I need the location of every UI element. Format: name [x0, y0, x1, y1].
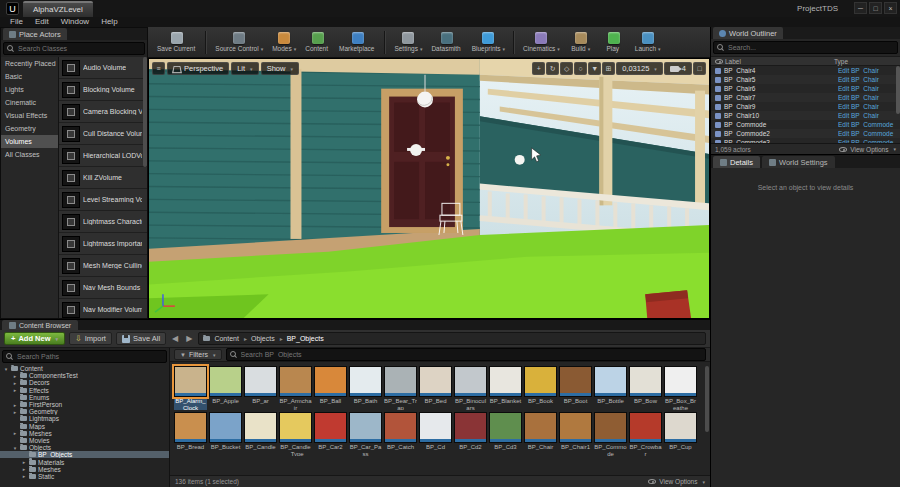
expander-icon[interactable]: ▸ — [21, 459, 27, 465]
viewport-tool-button[interactable]: ◇ — [560, 62, 573, 75]
tree-item[interactable]: Enums — [0, 394, 169, 401]
asset-tile[interactable]: BP_Bread — [174, 412, 207, 456]
breadcrumb-item[interactable]: Objects▸ — [250, 335, 286, 342]
place-actors-item[interactable]: Mesh Merge Culling — [59, 255, 147, 277]
edit-blueprint-link[interactable]: Edit BP_Chair — [838, 103, 896, 110]
tree-item[interactable]: ▸ Decors — [0, 379, 169, 386]
edit-blueprint-link[interactable]: Edit BP_Commode — [838, 139, 896, 143]
asset-tile[interactable]: BP_Binoculars — [454, 366, 487, 410]
asset-tile[interactable]: BP_Cd — [419, 412, 452, 456]
toolbar-button[interactable]: Marketplace — [335, 28, 380, 57]
asset-tile[interactable]: BP_Box_Breathe — [664, 366, 697, 410]
place-actors-category[interactable]: Volumes — [1, 135, 58, 148]
asset-tile[interactable]: BP_Cd3 — [489, 412, 522, 456]
tree-item[interactable]: ▸ ComponentsTest — [0, 372, 169, 379]
place-actors-item[interactable]: Audio Volume — [59, 57, 147, 79]
toolbar-button[interactable]: Play — [598, 28, 630, 57]
maximize-button[interactable]: □ — [869, 2, 882, 14]
toolbar-button[interactable]: Save Current — [153, 28, 201, 57]
back-button[interactable]: ◀ — [170, 334, 180, 343]
expander-icon[interactable]: ▾ — [3, 366, 9, 372]
tree-item[interactable]: ▸ Meshes — [0, 466, 169, 473]
place-actors-item[interactable]: Level Streaming Vol — [59, 189, 147, 211]
asset-tile[interactable]: BP_Car2 — [314, 412, 347, 456]
expander-icon[interactable]: ▾ — [12, 445, 18, 451]
asset-tile[interactable]: BP_Cd2 — [454, 412, 487, 456]
edit-blueprint-link[interactable]: Edit BP_Chair — [838, 85, 896, 92]
toolbar-button[interactable]: Cinematics▾ — [519, 28, 564, 57]
scrollbar[interactable] — [896, 66, 900, 114]
import-button[interactable]: ⇩ Import — [69, 332, 112, 345]
asset-tile[interactable]: BP_Boot — [559, 366, 592, 410]
maximize-viewport-button[interactable]: □ — [693, 62, 706, 75]
tree-item[interactable]: ▸ Static — [0, 473, 169, 480]
world-outliner-tab[interactable]: World Outliner — [713, 27, 783, 39]
camera-speed[interactable]: 4 — [664, 62, 692, 75]
asset-tile[interactable]: BP_Apple — [209, 366, 242, 410]
place-actors-item[interactable]: Nav Modifier Volume — [59, 299, 147, 318]
place-actors-tab[interactable]: Place Actors — [3, 28, 67, 40]
forward-button[interactable]: ▶ — [184, 334, 194, 343]
grid-snap-value[interactable]: 0,03125▾ — [616, 62, 663, 75]
place-actors-category[interactable]: Visual Effects — [1, 109, 58, 122]
tree-item[interactable]: Movies — [0, 437, 169, 444]
place-actors-item[interactable]: Lightmass Importan — [59, 233, 147, 255]
perspective-button[interactable]: Perspective — [167, 62, 229, 75]
lit-mode-button[interactable]: Lit▾ — [231, 62, 258, 75]
tree-item[interactable]: Maps — [0, 423, 169, 430]
expander-icon[interactable]: ▸ — [21, 466, 27, 472]
place-actors-item[interactable]: Camera Blocking Vol — [59, 101, 147, 123]
filters-button[interactable]: ▼ Filters ▾ — [174, 349, 222, 360]
place-actors-category[interactable]: All Classes — [1, 148, 58, 161]
tree-item[interactable]: BP_Objects — [0, 451, 169, 458]
viewport-3d[interactable]: ≡ Perspective Lit▾ Show▾ +↻◇○▼⊞ 0,03125▾… — [148, 58, 710, 319]
asset-tile[interactable]: BP_Book — [524, 366, 557, 410]
viewport-options-button[interactable]: ≡ — [152, 62, 165, 75]
save-all-button[interactable]: Save All — [116, 332, 166, 345]
place-actors-category[interactable]: Basic — [1, 70, 58, 83]
asset-tile[interactable]: BP_Car_Pass — [349, 412, 382, 456]
outliner-row[interactable]: BP_Chair5 Edit BP_Chair — [711, 75, 900, 84]
expander-icon[interactable]: ▸ — [12, 409, 18, 415]
edit-blueprint-link[interactable]: Edit BP_Chair — [838, 112, 896, 119]
asset-tile[interactable]: BP_Catch — [384, 412, 417, 456]
asset-tile[interactable]: BP_Bottle — [594, 366, 627, 410]
asset-tile[interactable]: BP_Alarm_Clock — [174, 366, 207, 410]
tree-item[interactable]: ▸ Geometry — [0, 408, 169, 415]
show-button[interactable]: Show▾ — [261, 62, 299, 75]
expander-icon[interactable]: ▸ — [21, 473, 27, 479]
asset-tile[interactable]: BP_Bed — [419, 366, 452, 410]
tree-item[interactable]: Lightmaps — [0, 415, 169, 422]
toolbar-button[interactable]: Launch▾ — [631, 28, 665, 57]
outliner-row[interactable]: BP_Commode2 Edit BP_Commode — [711, 129, 900, 138]
menu-item[interactable]: Edit — [29, 17, 55, 27]
place-actors-category[interactable]: Geometry — [1, 122, 58, 135]
tree-item[interactable]: ▾ Objects — [0, 444, 169, 451]
toolbar-button[interactable]: Build▾ — [565, 28, 597, 57]
asset-tile[interactable]: BP_ar — [244, 366, 277, 410]
edit-blueprint-link[interactable]: Edit BP_Chair — [838, 94, 896, 101]
place-actors-category[interactable]: Cinematic — [1, 96, 58, 109]
search-paths-input[interactable] — [17, 353, 163, 360]
outliner-row[interactable]: BP_Commode Edit BP_Commode — [711, 120, 900, 129]
edit-blueprint-link[interactable]: Edit BP_Chair — [838, 67, 896, 74]
place-actors-item[interactable]: Cull Distance Volume — [59, 123, 147, 145]
place-actors-category[interactable]: Recently Placed — [1, 57, 58, 70]
content-browser-tab[interactable]: Content Browser — [2, 320, 78, 330]
toolbar-button[interactable]: Datasmith — [427, 28, 466, 57]
menu-item[interactable]: Help — [95, 17, 123, 27]
asset-tile[interactable]: BP_Candle — [244, 412, 277, 456]
toolbar-button[interactable]: Modes▾ — [268, 28, 300, 57]
tree-item[interactable]: ▸ FirstPerson — [0, 401, 169, 408]
asset-tile[interactable]: BP_Chair — [524, 412, 557, 456]
assets-view-options[interactable]: View Options▾ — [648, 478, 705, 485]
toolbar-button[interactable]: Source Control▾ — [211, 28, 267, 57]
edit-blueprint-link[interactable]: Edit BP_Commode — [838, 130, 896, 137]
place-actors-item[interactable]: Blocking Volume — [59, 79, 147, 101]
toolbar-button[interactable]: Settings▾ — [390, 28, 426, 57]
menu-item[interactable]: File — [4, 17, 29, 27]
scrollbar[interactable] — [705, 366, 709, 432]
outliner-row[interactable]: BP_Chair6 Edit BP_Chair — [711, 84, 900, 93]
outliner-view-options[interactable]: View Options▾ — [839, 146, 896, 153]
edit-blueprint-link[interactable]: Edit BP_Commode — [838, 121, 896, 128]
